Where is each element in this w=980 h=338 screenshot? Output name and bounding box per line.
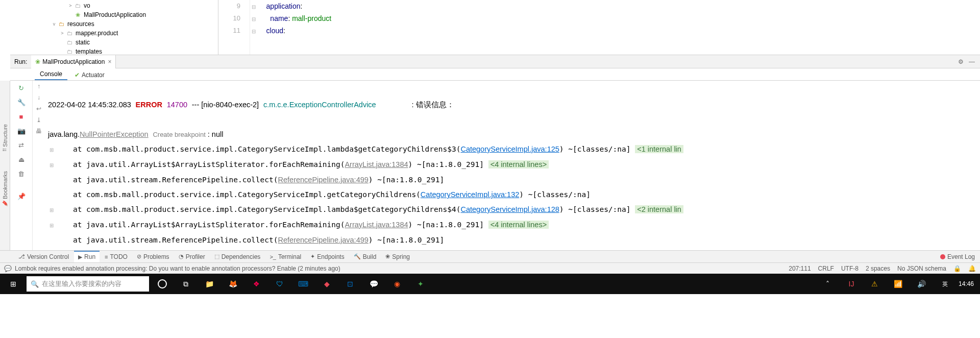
internal-lines-tag[interactable]: <4 internal lines>: [488, 221, 549, 229]
app-icon-7[interactable]: ⊡: [340, 276, 360, 292]
console-tab[interactable]: Console: [35, 68, 67, 80]
actuator-tab[interactable]: ✔Actuator: [69, 69, 110, 80]
chevron-icon[interactable]: >: [59, 31, 65, 36]
bottom-tab-terminal[interactable]: >_Terminal: [265, 251, 305, 262]
bottom-tab-build[interactable]: 🔨Build: [350, 251, 381, 262]
scroll-end-icon[interactable]: ⤓: [36, 116, 41, 124]
app-icon-2[interactable]: 🦊: [223, 276, 243, 292]
rerun-icon[interactable]: ↻: [16, 83, 27, 93]
event-log-button[interactable]: Event Log: [940, 253, 980, 260]
stack-link[interactable]: ReferencePipeline.java:499: [278, 236, 369, 244]
stack-link[interactable]: ReferencePipeline.java:499: [278, 176, 369, 184]
app-icon-6[interactable]: ◆: [316, 276, 337, 292]
soft-wrap-icon[interactable]: ↩: [36, 105, 41, 112]
notif-icon[interactable]: 🔔: [968, 265, 976, 272]
print-icon[interactable]: 🖶: [36, 128, 42, 135]
stop-icon[interactable]: ■: [16, 111, 27, 122]
editor-gutter: 91011: [218, 0, 250, 55]
pin-icon[interactable]: 📌: [16, 191, 27, 201]
bottom-tab-spring[interactable]: ❀Spring: [381, 251, 414, 262]
bottom-tab-dependencies[interactable]: ⬚Dependencies: [210, 251, 265, 262]
up-icon[interactable]: ↑: [37, 83, 40, 90]
caret-pos[interactable]: 207:111: [789, 265, 811, 272]
structure-tool[interactable]: ⠿ Structure: [2, 122, 8, 154]
tray-icon-2[interactable]: ⚠: [865, 276, 885, 292]
start-button[interactable]: ⊞: [3, 276, 23, 292]
tray-icon-1[interactable]: IJ: [841, 276, 862, 292]
cortana-icon[interactable]: [152, 276, 173, 292]
fold-icon[interactable]: ⊞: [48, 218, 55, 233]
camera-icon[interactable]: 📷: [16, 126, 27, 136]
exit-icon[interactable]: ⏏: [16, 154, 27, 164]
bottom-tab-profiler[interactable]: ◔Profiler: [175, 251, 209, 262]
trash-icon[interactable]: 🗑: [16, 168, 27, 179]
tree-item-label: resources: [67, 20, 94, 28]
tree-item-label: MallProductApplication: [84, 11, 146, 18]
folder-icon: 🗀: [65, 39, 74, 45]
stack-link[interactable]: CategoryServiceImpl.java:125: [460, 145, 559, 153]
json-schema[interactable]: No JSON schema: [897, 265, 946, 272]
tree-item[interactable]: v🗀resources: [10, 19, 218, 29]
fold-icon[interactable]: ⊞: [48, 203, 55, 218]
internal-lines-tag[interactable]: <1 internal lin: [635, 145, 683, 153]
stack-link[interactable]: ArrayList.java:1384: [345, 160, 408, 168]
down-icon[interactable]: ↓: [37, 94, 40, 101]
stack-link[interactable]: CategoryServiceImpl.java:132: [421, 190, 519, 199]
tree-item[interactable]: >🗀mapper.product: [10, 29, 218, 38]
stack-link[interactable]: ArrayList.java:1384: [345, 221, 408, 229]
app-icon-5[interactable]: ⌨: [293, 276, 313, 292]
fold-icon[interactable]: ⊟: [250, 1, 257, 13]
stack-link[interactable]: CategoryServiceImpl.java:128: [460, 205, 559, 213]
task-view-icon[interactable]: ⧉: [176, 276, 196, 292]
taskbar-clock[interactable]: 14:46: [959, 280, 977, 287]
project-tree[interactable]: >🗀vo❀MallProductApplicationv🗀resources>🗀…: [10, 0, 218, 55]
minimize-icon[interactable]: —: [969, 58, 975, 65]
internal-lines-tag[interactable]: <2 internal lin: [635, 205, 683, 213]
taskbar-search[interactable]: 🔍 在这里输入你要搜索的内容: [27, 276, 149, 292]
bottom-tab-problems[interactable]: ⊘Problems: [133, 251, 174, 262]
folder-icon: 🗀: [65, 30, 74, 36]
wrench-icon[interactable]: 🔧: [16, 97, 27, 107]
tab-icon: ⎇: [18, 253, 25, 260]
layout-icon[interactable]: ⇄: [16, 140, 27, 150]
status-message[interactable]: Lombok requires enabled annotation proce…: [15, 265, 789, 272]
app-icon-4[interactable]: 🛡: [270, 276, 290, 292]
app-icon-3[interactable]: ❖: [246, 276, 266, 292]
app-icon-8[interactable]: 💬: [363, 276, 384, 292]
bottom-tab-version-control[interactable]: ⎇Version Control: [14, 251, 73, 262]
fold-icon[interactable]: ⊞: [48, 142, 55, 157]
fold-icon[interactable]: ⊟: [250, 13, 257, 26]
app-icon-10[interactable]: ✦: [410, 276, 431, 292]
tree-item[interactable]: 🗀templates: [10, 47, 218, 55]
indent-info[interactable]: 2 spaces: [866, 265, 890, 272]
tray-wifi-icon[interactable]: 📶: [888, 276, 909, 292]
tray-up-icon[interactable]: ˄: [818, 276, 838, 292]
chevron-icon[interactable]: v: [51, 21, 57, 27]
status-msg-icon: 💬: [4, 265, 12, 272]
bottom-tab-run[interactable]: ▶Run: [74, 251, 100, 262]
lock-icon[interactable]: 🔒: [953, 265, 961, 272]
editor[interactable]: 91011 ⊟ application:⊟ name: mall-product…: [218, 0, 980, 55]
tree-item[interactable]: 🗀static: [10, 38, 218, 47]
file-encoding[interactable]: UTF-8: [841, 265, 859, 272]
bottom-tab-endpoints[interactable]: ✦Endpoints: [306, 251, 348, 262]
app-icon-9[interactable]: ◉: [387, 276, 407, 292]
gear-icon[interactable]: ⚙: [958, 58, 964, 65]
console-side-toolbar: ↑ ↓ ↩ ⤓ 🖶: [33, 81, 45, 250]
line-sep[interactable]: CRLF: [818, 265, 834, 272]
tree-item[interactable]: ❀MallProductApplication: [10, 10, 218, 19]
tab-label: Endpoints: [317, 253, 344, 260]
close-icon[interactable]: ×: [108, 58, 111, 65]
bookmarks-tool[interactable]: 🔖 Bookmarks: [2, 169, 8, 209]
fold-icon[interactable]: ⊞: [48, 158, 55, 173]
internal-lines-tag[interactable]: <4 internal lines>: [488, 160, 549, 168]
ime-icon[interactable]: 英: [935, 276, 955, 292]
run-config-tab[interactable]: ❀ MallProductApplication ×: [31, 55, 116, 68]
tree-item[interactable]: >🗀vo: [10, 1, 218, 10]
console-output[interactable]: 2022-04-02 14:45:32.083 ERROR 14700 --- …: [45, 81, 980, 250]
tray-volume-icon[interactable]: 🔊: [912, 276, 932, 292]
app-icon-1[interactable]: 📁: [199, 276, 219, 292]
chevron-icon[interactable]: >: [67, 3, 74, 8]
fold-icon[interactable]: ⊟: [250, 26, 257, 38]
bottom-tab-todo[interactable]: ≡TODO: [101, 251, 132, 262]
